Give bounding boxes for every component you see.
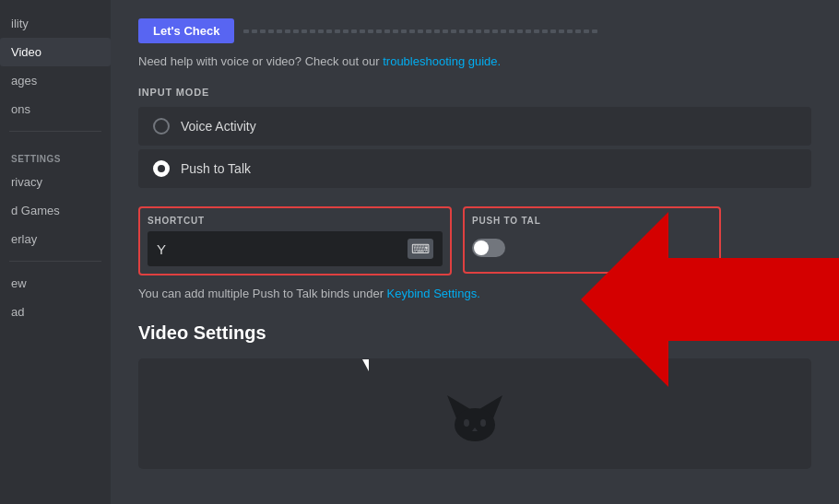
check-bar-row: Let's Check [138, 18, 811, 43]
progress-bar [243, 29, 597, 33]
troubleshooting-link[interactable]: troubleshooting guide. [383, 54, 501, 68]
voice-activity-option[interactable]: Voice Activity [138, 107, 811, 146]
voice-activity-radio[interactable] [153, 118, 170, 135]
keybind-hint: You can add multiple Push to Talk binds … [138, 287, 811, 300]
keyboard-icon[interactable]: ⌨ [408, 239, 433, 259]
shortcut-input-row[interactable]: Y ⌨ [148, 231, 443, 266]
keybind-settings-link[interactable]: Keybind Settings. [387, 287, 480, 300]
toggle-container [472, 231, 712, 264]
sidebar-item-video[interactable]: Video [0, 38, 111, 66]
lets-check-button[interactable]: Let's Check [138, 18, 234, 43]
sidebar-item-ages[interactable]: ages [0, 66, 111, 95]
push-to-talk-delay-box: PUSH TO TAL [463, 206, 721, 274]
sidebar-item-overlay[interactable]: erlay [0, 225, 111, 253]
sidebar-item-games[interactable]: d Games [0, 196, 111, 225]
push-to-talk-option[interactable]: Push to Talk [138, 149, 811, 188]
input-mode-label: INPUT MODE [138, 87, 811, 98]
video-placeholder-icon [438, 377, 512, 451]
push-to-talk-toggle[interactable] [472, 239, 505, 257]
sidebar-item-ad[interactable]: ad [0, 298, 111, 326]
push-to-talk-radio[interactable] [153, 160, 170, 177]
sidebar: ility Video ages ons SETTINGS rivacy d G… [0, 0, 111, 504]
shortcut-label: SHORTCUT [148, 216, 443, 226]
voice-activity-label: Voice Activity [181, 119, 256, 134]
svg-point-4 [480, 419, 486, 427]
shortcut-box: SHORTCUT Y ⌨ [138, 206, 452, 275]
shortcut-row: SHORTCUT Y ⌨ PUSH TO TAL [138, 206, 811, 275]
dotted-progress [243, 29, 597, 33]
settings-section-header: SETTINGS [0, 139, 111, 168]
sidebar-item-ons[interactable]: ons [0, 95, 111, 123]
push-to-talk-label: Push to Talk [181, 161, 251, 176]
video-preview [138, 358, 811, 469]
push-to-talk-delay-label: PUSH TO TAL [472, 216, 712, 226]
sidebar-item-ew[interactable]: ew [0, 269, 111, 298]
svg-point-2 [455, 408, 495, 441]
video-settings-title: Video Settings [138, 322, 811, 344]
shortcut-key: Y [157, 241, 166, 257]
sidebar-divider-2 [9, 261, 101, 262]
toggle-thumb [474, 240, 489, 255]
sidebar-item-privacy[interactable]: rivacy [0, 168, 111, 196]
input-mode-options: Voice Activity Push to Talk [138, 107, 811, 188]
sidebar-item-ility[interactable]: ility [0, 9, 111, 38]
main-content: Let's Check [111, 0, 839, 504]
sidebar-divider [9, 131, 101, 132]
svg-point-3 [464, 419, 469, 427]
help-text: Need help with voice or video? Check out… [138, 54, 811, 68]
